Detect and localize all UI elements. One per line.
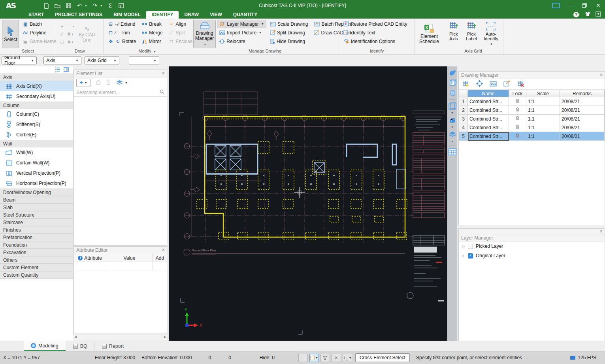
polyline-select-button[interactable]: Polyline — [20, 28, 58, 37]
select-button[interactable]: Select — [2, 20, 19, 48]
identification-options-button[interactable]: Identification Options — [341, 37, 409, 45]
sidebar-item-wall[interactable]: Wall(W) — [0, 147, 73, 158]
scroll-right-icon[interactable]: ▶ — [164, 335, 166, 339]
panel-view-icon[interactable] — [64, 67, 69, 73]
by-cad-line-button[interactable]: By CAD Line — [77, 32, 97, 43]
layer-manager-close-icon[interactable]: ✕ — [599, 229, 603, 234]
sidebar-section-staircase[interactable]: Staircase — [0, 219, 73, 226]
auto-identify-button[interactable]: Auto-Identify▼ — [481, 20, 501, 48]
batch-select-button[interactable]: ▣Batch — [20, 20, 58, 28]
help-button[interactable]: ?▼ — [573, 12, 580, 17]
sidebar-section-steel-structure[interactable]: Steel Structure — [0, 211, 73, 219]
element-schedule-button[interactable]: X Element Schedule — [417, 20, 441, 48]
element-list-body[interactable] — [74, 97, 167, 245]
tab-identify[interactable]: IDENTIFY — [146, 11, 179, 19]
layer-manager-button[interactable]: Layer Manager▼ — [217, 20, 266, 28]
box-select-button[interactable]: ▼ — [309, 354, 319, 362]
sidebar-section-slab[interactable]: Slab — [0, 204, 73, 211]
sidebar-section-column[interactable]: Column — [0, 102, 73, 109]
mirror-button[interactable]: Mirror — [139, 37, 165, 45]
close-button[interactable]: × — [594, 2, 603, 9]
name-column-header[interactable]: Name — [468, 90, 509, 97]
sidebar-section-axis[interactable]: Axis — [0, 74, 73, 81]
sidebar-item-horizontal-projection[interactable]: Horizontal Projection(P) — [0, 178, 73, 189]
snap-cross-button[interactable]: ✕ — [332, 354, 341, 362]
picked-layer-checkbox[interactable] — [468, 244, 473, 249]
tab-draw[interactable]: DRAW — [179, 11, 204, 19]
shaded-dropdown-icon[interactable]: ▼ — [451, 126, 454, 129]
tab-view[interactable]: VIEW — [204, 11, 228, 19]
draw-rect-icon[interactable]: □ — [58, 38, 66, 46]
draw-point-icon[interactable]: ＋ — [58, 22, 66, 30]
search-icon[interactable] — [160, 89, 164, 95]
remarks-column-header[interactable]: Remarks — [560, 90, 605, 97]
calculate-sum-icon[interactable]: Σ — [107, 2, 114, 9]
draw-pattern-icon[interactable]: # ▼ — [66, 38, 75, 46]
draw-hatch-icon[interactable]: # ▼ — [66, 30, 75, 38]
sidebar-section-finishes[interactable]: Finishes — [0, 226, 73, 234]
list-view-icon[interactable] — [55, 67, 60, 73]
element-type-select[interactable]: Axis Grid▼ — [85, 57, 119, 64]
tab-modeling[interactable]: Modeling — [24, 341, 66, 351]
feedback-chat-icon[interactable] — [552, 3, 560, 8]
sidebar-section-wall[interactable]: Wall — [0, 140, 73, 147]
redo-dropdown-icon[interactable]: ▼ — [100, 4, 103, 7]
drawing-image-icon[interactable] — [490, 81, 497, 88]
tab-quantity[interactable]: QUANTITY — [228, 11, 263, 19]
sidebar-item-column[interactable]: Column(C) — [0, 109, 73, 119]
draw-spline-icon[interactable]: ∿ — [85, 25, 90, 32]
drawing-row-1[interactable]: 1 Combined Str... 1:1 20/08/21 — [459, 97, 605, 106]
layers-filter-icon[interactable]: ▼ — [116, 80, 128, 85]
drawing-manager-button[interactable]: Drawing Manager▼ — [193, 20, 216, 48]
layer-row-original[interactable]: ▷ Original Layer — [459, 251, 605, 260]
relocate-button[interactable]: Relocate — [217, 37, 266, 45]
break-button[interactable]: Break — [139, 20, 165, 28]
schedule-view-icon[interactable] — [448, 147, 457, 156]
merge-button[interactable]: Merge — [139, 28, 165, 37]
drawing-row-3[interactable]: 3 Combined Str... 1:1 20/08/21 — [459, 115, 605, 123]
pick-label-button[interactable]: Pick Label — [463, 20, 480, 48]
redo-icon[interactable]: ↷ — [91, 2, 98, 9]
sidebar-section-excavation[interactable]: Excavation — [0, 249, 73, 256]
sidebar-section-others[interactable]: Others — [0, 256, 73, 264]
tab-bim-model[interactable]: BIM MODEL — [108, 11, 146, 19]
modify-group-label[interactable]: Modify ▼ — [106, 48, 189, 54]
expand-icon[interactable]: ▷ — [462, 244, 465, 248]
lock-column-header[interactable]: Lock — [509, 90, 526, 97]
sidebar-item-vertical-projection[interactable]: Vertical Projection(P) — [0, 168, 73, 178]
copy-element-icon[interactable] — [106, 79, 111, 86]
split-drawing-button[interactable]: Split Drawing — [268, 28, 310, 37]
shaded-view-icon[interactable] — [448, 116, 457, 124]
sidebar-section-foundation[interactable]: Foundation — [0, 241, 73, 249]
tab-report[interactable]: Report — [95, 341, 132, 351]
save-icon[interactable] — [65, 2, 72, 9]
sidebar-section-beam[interactable]: Beam — [0, 196, 73, 204]
new-file-icon[interactable] — [43, 2, 50, 9]
element-select[interactable]: ▼ — [129, 57, 159, 64]
undo-dropdown-icon[interactable]: ▼ — [85, 4, 87, 7]
drawing-row-2[interactable]: 2 Combined Str... 1:1 20/08/21 — [459, 106, 605, 115]
dynamic-view-icon[interactable] — [448, 69, 457, 77]
rotate-button[interactable]: ✥↻Rotate — [106, 37, 138, 45]
wireframe-dropdown-icon[interactable]: ▼ — [451, 111, 454, 115]
scroll-left-icon[interactable]: ◀ — [74, 335, 77, 339]
split-button[interactable]: ∕Split — [166, 28, 195, 37]
open-folder-icon[interactable] — [54, 2, 61, 9]
add-element-button[interactable]: +▼ — [76, 79, 90, 87]
layers-dropdown-icon[interactable]: ▼ — [451, 140, 454, 143]
theme-skin-icon[interactable] — [585, 11, 591, 18]
sidebar-section-prefabrication[interactable]: Prefabrication — [0, 234, 73, 241]
window-view-icon[interactable] — [118, 2, 125, 9]
sidebar-item-secondary-axis[interactable]: Secondary Axis(U) — [0, 91, 73, 102]
sidebar-section-custom-element[interactable]: Custom Element — [0, 264, 73, 271]
sidebar-item-stiffener[interactable]: Stiffener(S) — [0, 119, 73, 130]
rename-drawing-icon[interactable] — [503, 81, 510, 88]
ortho-mode-button[interactable]: ∟ — [298, 354, 308, 362]
category-select[interactable]: Axis▼ — [43, 57, 81, 64]
scale-drawing-button[interactable]: Scale Drawing — [268, 20, 310, 28]
sidebar-section-custom-quantity[interactable]: Custom Quantity — [0, 271, 73, 279]
sidebar-item-corbel[interactable]: Corbel(E) — [0, 130, 73, 140]
same-name-select-button[interactable]: ▣Same-Name — [20, 37, 58, 45]
restore-button[interactable] — [580, 2, 588, 9]
drawing-manager-close-icon[interactable]: ✕ — [599, 72, 603, 77]
